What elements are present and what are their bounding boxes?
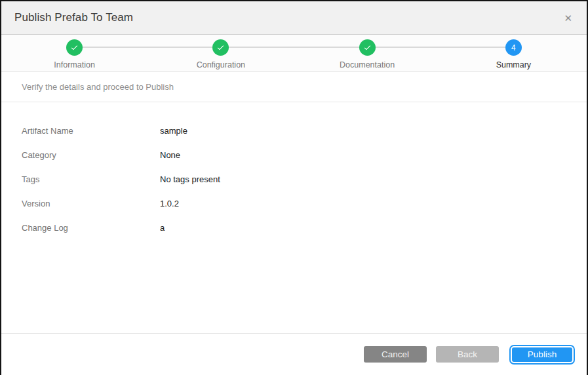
summary-details: Artifact NamesampleCategoryNoneTagsNo ta… — [1, 102, 587, 333]
stepper-step-summary[interactable]: 4Summary — [441, 35, 587, 71]
step-label: Information — [54, 60, 95, 69]
check-icon — [216, 43, 225, 52]
step-number-badge: 4 — [505, 39, 522, 56]
dialog-title: Publish Prefab To Team — [14, 11, 133, 24]
step-label: Summary — [496, 60, 531, 69]
detail-label: Change Log — [22, 221, 160, 235]
detail-value: sample — [160, 124, 187, 138]
stepper-step-configuration[interactable]: Configuration — [147, 35, 294, 71]
dialog-header: Publish Prefab To Team ✕ — [1, 1, 587, 35]
subtitle-text: Verify the details and proceed to Publis… — [22, 82, 174, 92]
stepper-step-information[interactable]: Information — [1, 35, 147, 71]
step-label: Documentation — [340, 60, 395, 69]
close-icon[interactable]: ✕ — [561, 10, 575, 26]
detail-row: Version1.0.2 — [22, 197, 566, 210]
publish-prefab-dialog: Publish Prefab To Team ✕ InformationConf… — [0, 0, 588, 375]
detail-label: Artifact Name — [22, 124, 160, 138]
dialog-footer: Cancel Back Publish — [1, 333, 587, 375]
step-complete-check-icon — [359, 39, 376, 56]
detail-value: No tags present — [160, 172, 220, 186]
detail-label: Version — [22, 197, 160, 210]
detail-value: a — [160, 221, 165, 235]
detail-value: None — [160, 148, 180, 162]
check-icon — [363, 43, 372, 52]
check-icon — [70, 43, 79, 52]
detail-value: 1.0.2 — [160, 197, 179, 210]
stepper: InformationConfigurationDocumentation4Su… — [1, 35, 587, 72]
publish-button[interactable]: Publish — [511, 346, 574, 363]
step-complete-check-icon — [212, 39, 229, 56]
detail-row: Artifact Namesample — [22, 124, 566, 138]
step-complete-check-icon — [66, 39, 83, 56]
detail-row: TagsNo tags present — [22, 172, 566, 186]
detail-label: Tags — [22, 172, 160, 186]
step-label: Configuration — [197, 60, 245, 69]
subtitle-bar: Verify the details and proceed to Publis… — [1, 72, 587, 102]
stepper-step-documentation[interactable]: Documentation — [294, 35, 441, 71]
detail-label: Category — [22, 148, 160, 162]
detail-row: CategoryNone — [22, 148, 566, 162]
back-button[interactable]: Back — [436, 346, 499, 363]
cancel-button[interactable]: Cancel — [364, 346, 427, 363]
detail-row: Change Loga — [22, 221, 566, 235]
